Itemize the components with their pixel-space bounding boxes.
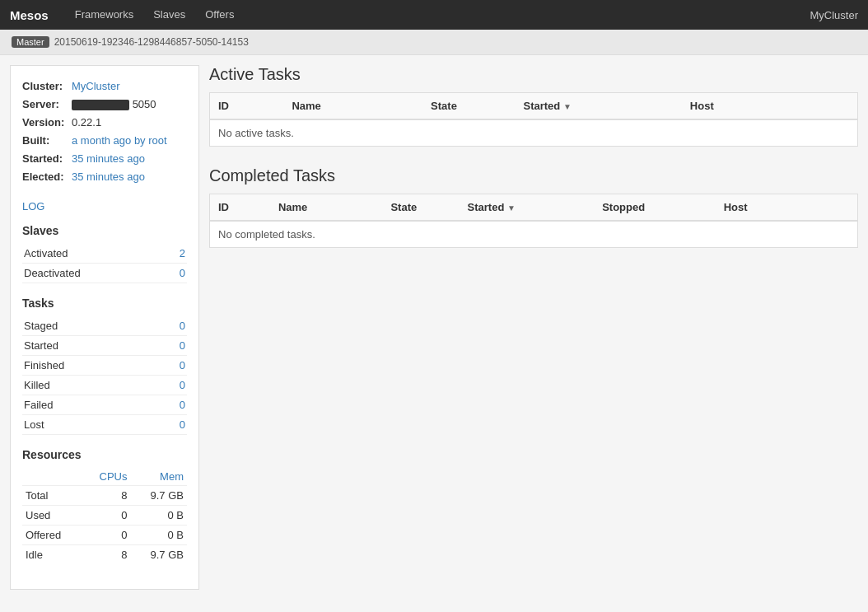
resource-mem: 0 B <box>131 525 188 544</box>
resource-mem: 9.7 GB <box>131 485 188 505</box>
resource-cpus: 0 <box>82 525 130 544</box>
task-value: 0 <box>158 316 187 336</box>
resource-row-idle: Idle89.7 GB <box>22 544 187 564</box>
task-label: Lost <box>22 414 158 434</box>
nav-item-frameworks[interactable]: Frameworks <box>65 0 144 30</box>
active-tasks-empty-row: No active tasks. <box>210 119 858 147</box>
tasks-title: Tasks <box>22 297 187 310</box>
master-id: 20150619-192346-1298446857-5050-14153 <box>54 36 249 48</box>
version-value: 0.22.1 <box>72 114 101 132</box>
elected-row: Elected: 35 minutes ago <box>22 168 187 186</box>
active-tasks-table: ID Name State Started ▼ Host No active t… <box>209 92 858 147</box>
version-row: Version: 0.22.1 <box>22 114 187 132</box>
active-col-started: Started ▼ <box>516 93 682 120</box>
cluster-link[interactable]: MyCluster <box>72 80 120 92</box>
slaves-stat-table: Activated 2 Deactivated 0 <box>22 244 187 283</box>
task-row-failed: Failed0 <box>22 395 187 414</box>
deactivated-row: Deactivated 0 <box>22 263 187 283</box>
task-label: Finished <box>22 355 158 375</box>
resource-mem: 9.7 GB <box>131 544 188 564</box>
activated-label: Activated <box>22 244 165 264</box>
task-row-staged: Staged0 <box>22 316 187 336</box>
completed-tasks-header-row: ID Name State Started ▼ Stopped Host <box>210 194 858 222</box>
task-row-finished: Finished0 <box>22 355 187 375</box>
master-badge: Master <box>12 36 49 48</box>
resource-label: Offered <box>22 525 82 544</box>
active-col-actions <box>821 93 858 120</box>
task-label: Started <box>22 335 158 355</box>
resource-row-total: Total89.7 GB <box>22 485 187 505</box>
resources-title: Resources <box>22 448 187 461</box>
built-link[interactable]: a month ago by root <box>72 134 167 147</box>
elected-value: 35 minutes ago <box>72 168 145 186</box>
sort-arrow-active-started: ▼ <box>563 102 572 111</box>
tasks-stat-table: Staged0Started0Finished0Killed0Failed0Lo… <box>22 316 187 435</box>
navbar-brand[interactable]: Mesos <box>10 8 49 22</box>
navbar: Mesos Frameworks Slaves Offers MyCluster <box>0 0 868 30</box>
server-ip-redacted <box>72 100 129 110</box>
deactivated-label: Deactivated <box>22 263 165 283</box>
started-label: Started: <box>22 150 72 168</box>
built-row: Built: a month ago by root <box>22 132 187 150</box>
main-layout: Cluster: MyCluster Server: 5050 Version:… <box>0 55 868 600</box>
task-row-started: Started0 <box>22 335 187 355</box>
task-label: Staged <box>22 316 158 336</box>
deactivated-value: 0 <box>165 263 187 283</box>
resource-cpus: 8 <box>82 544 130 564</box>
version-label: Version: <box>22 114 72 132</box>
completed-col-state: State <box>382 194 459 222</box>
elected-link[interactable]: 35 minutes ago <box>72 171 145 183</box>
active-tasks-empty: No active tasks. <box>210 119 858 147</box>
task-row-killed: Killed0 <box>22 375 187 395</box>
breadcrumb-bar: Master 20150619-192346-1298446857-5050-1… <box>0 30 868 55</box>
nav-item-slaves[interactable]: Slaves <box>143 0 195 30</box>
active-tasks-header-row: ID Name State Started ▼ Host <box>210 93 858 120</box>
active-col-state: State <box>422 93 515 120</box>
resource-label: Idle <box>22 544 82 564</box>
started-link[interactable]: 35 minutes ago <box>72 152 145 165</box>
sidebar: Cluster: MyCluster Server: 5050 Version:… <box>10 65 199 590</box>
task-value: 0 <box>158 335 187 355</box>
completed-tasks-title: Completed Tasks <box>209 166 858 185</box>
active-tasks-title: Active Tasks <box>209 65 858 84</box>
resources-section: Resources CPUs Mem Total89.7 GBUsed00 BO… <box>22 448 187 564</box>
completed-col-stopped: Stopped <box>594 194 715 222</box>
cluster-info: Cluster: MyCluster Server: 5050 Version:… <box>22 77 187 187</box>
resource-label: Used <box>22 505 82 525</box>
started-row: Started: 35 minutes ago <box>22 150 187 168</box>
task-value: 0 <box>158 355 187 375</box>
nav-link-frameworks[interactable]: Frameworks <box>65 0 144 30</box>
nav-link-slaves[interactable]: Slaves <box>143 0 195 30</box>
task-value: 0 <box>158 375 187 395</box>
completed-col-started: Started ▼ <box>460 194 595 222</box>
completed-col-host: Host <box>716 194 828 222</box>
completed-tasks-empty: No completed tasks. <box>210 221 858 248</box>
resources-col-mem: Mem <box>131 468 188 486</box>
built-label: Built: <box>22 132 72 150</box>
built-value: a month ago by root <box>72 132 167 150</box>
nav-item-offers[interactable]: Offers <box>195 0 244 30</box>
resources-col-label <box>22 468 82 486</box>
server-value: 5050 <box>72 96 156 114</box>
cluster-name: MyCluster <box>810 9 858 21</box>
resource-row-offered: Offered00 B <box>22 525 187 544</box>
completed-tasks-table: ID Name State Started ▼ Stopped Host No … <box>209 194 858 248</box>
resource-cpus: 8 <box>82 485 130 505</box>
started-value: 35 minutes ago <box>72 150 145 168</box>
completed-tasks-empty-row: No completed tasks. <box>210 221 858 248</box>
active-col-host: Host <box>682 93 821 120</box>
nav-link-offers[interactable]: Offers <box>195 0 244 30</box>
active-col-id: ID <box>210 93 284 120</box>
completed-col-name: Name <box>270 194 383 222</box>
resources-col-cpus: CPUs <box>82 468 130 486</box>
cluster-label: Cluster: <box>22 77 72 96</box>
resource-row-used: Used00 B <box>22 505 187 525</box>
cluster-row: Cluster: MyCluster <box>22 77 187 96</box>
server-port: 5050 <box>133 98 156 110</box>
log-link[interactable]: LOG <box>22 200 187 213</box>
server-row: Server: 5050 <box>22 96 187 114</box>
completed-col-actions <box>827 194 857 222</box>
activated-row: Activated 2 <box>22 244 187 264</box>
cluster-value: MyCluster <box>72 77 120 96</box>
resource-cpus: 0 <box>82 505 130 525</box>
